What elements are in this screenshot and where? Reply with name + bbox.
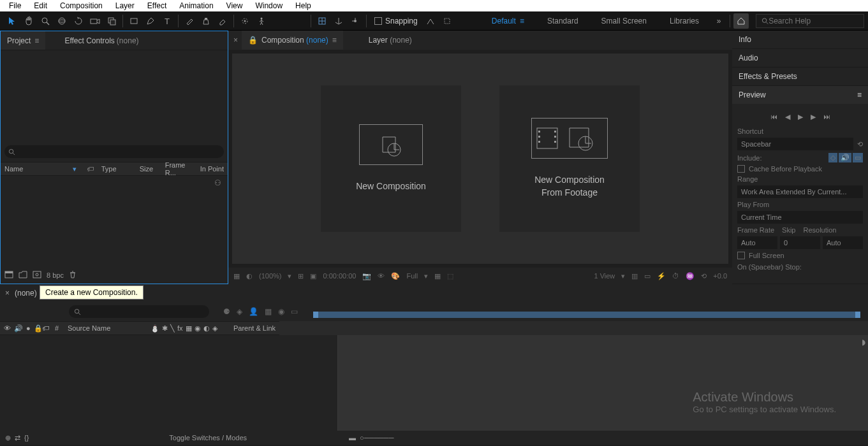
menu-composition[interactable]: Composition (54, 1, 109, 11)
shy-icon[interactable]: ⛄ (151, 324, 159, 333)
panel-menu-icon[interactable]: ≡ (332, 36, 337, 45)
col-source-name[interactable]: Source Name (64, 324, 147, 332)
resolution-icon[interactable]: ⊞ (298, 272, 304, 280)
hand-tool-icon[interactable] (21, 13, 36, 29)
resolution-select[interactable]: Auto (823, 236, 863, 249)
close-tab-icon[interactable]: × (5, 289, 10, 298)
info-panel-header[interactable]: Info (732, 31, 868, 48)
mask-icon[interactable]: ◐ (246, 272, 253, 280)
prev-frame-icon[interactable]: ◀ (785, 113, 790, 121)
tag-icon[interactable]: 🏷 (83, 165, 98, 173)
include-overlay-icon[interactable]: ▭ (853, 153, 863, 162)
toggle-switches-button[interactable]: Toggle Switches / Modes (169, 434, 247, 442)
rotate-tool-icon[interactable] (71, 13, 86, 29)
panel-menu-icon[interactable]: ≡ (857, 90, 862, 99)
panel-menu-icon[interactable]: ≡ (34, 36, 39, 45)
reset-exposure-icon[interactable]: ⟲ (701, 272, 707, 280)
roto-brush-tool-icon[interactable] (237, 13, 253, 29)
col-parent-link[interactable]: Parent & Link (230, 324, 279, 332)
quality-icon[interactable]: ╲ (170, 324, 175, 333)
hide-shy-icon[interactable]: 👤 (249, 307, 258, 316)
selection-tool-icon[interactable] (4, 13, 20, 29)
graph-editor-icon[interactable]: ▭ (291, 307, 298, 316)
new-composition-icon[interactable] (33, 271, 41, 280)
exposure-value[interactable]: +0.0 (713, 272, 727, 280)
pan-behind-tool-icon[interactable] (104, 13, 119, 29)
expand-icon[interactable]: ⊕ (5, 434, 11, 442)
include-video-icon[interactable]: ◇ (828, 153, 837, 162)
col-type[interactable]: Type (98, 165, 136, 173)
reset-icon[interactable]: ⟲ (857, 140, 863, 148)
delete-icon[interactable] (69, 271, 77, 280)
comp-mini-flowchart-icon[interactable]: ⚈ (223, 307, 230, 316)
snapping-toggle[interactable]: Snapping (374, 17, 418, 25)
skip-select[interactable]: 0 (780, 236, 820, 249)
home-icon[interactable] (733, 13, 749, 29)
include-audio-icon[interactable]: 🔊 (839, 153, 851, 162)
text-tool-icon[interactable]: T (159, 13, 175, 29)
play-icon[interactable]: ▶ (798, 113, 803, 121)
workspace-default[interactable]: Default≡ (480, 11, 536, 30)
snap-bounds-icon[interactable] (439, 13, 455, 29)
time-ruler[interactable] (279, 321, 868, 335)
cache-checkbox[interactable] (737, 165, 745, 173)
fast-preview-icon[interactable]: ⚡ (657, 272, 666, 280)
flowchart-icon[interactable]: ⚇ (214, 178, 221, 187)
effect-controls-tab[interactable]: Effect Controls(none) (58, 31, 145, 50)
search-help-input[interactable] (769, 17, 858, 25)
menu-effect[interactable]: Effect (141, 1, 173, 11)
collapse-icon[interactable]: ✱ (162, 324, 168, 333)
flowchart-icon[interactable]: ♒ (686, 272, 695, 280)
eraser-tool-icon[interactable] (215, 13, 230, 29)
work-area-bar[interactable] (313, 312, 860, 318)
show-snapshot-icon[interactable]: 👁 (378, 272, 385, 280)
transfer-controls-icon[interactable]: ⇄ (15, 434, 20, 442)
pixel-aspect-icon[interactable]: ▭ (644, 272, 651, 280)
work-area-end-handle[interactable] (855, 312, 860, 318)
mesh-icon[interactable] (314, 13, 330, 29)
draft-3d-icon[interactable]: ◈ (237, 307, 242, 316)
framerate-select[interactable]: Auto (737, 236, 777, 249)
motion-blur-icon[interactable]: ◉ (278, 307, 284, 316)
label-col-icon[interactable]: 🏷 (42, 324, 49, 332)
frame-blend-icon[interactable]: ▦ (265, 307, 272, 316)
audio-toggle-icon[interactable]: 🔊 (14, 324, 23, 333)
next-frame-icon[interactable]: ▶ (811, 113, 816, 121)
fx-icon[interactable]: fx (177, 324, 183, 333)
playfrom-select[interactable]: Current Time (737, 211, 863, 224)
composition-tab[interactable]: 🔒 Composition (none) ≡ (242, 31, 343, 50)
menu-view[interactable]: View (220, 1, 249, 11)
col-inpoint[interactable]: In Point (196, 165, 228, 173)
menu-help[interactable]: Help (289, 1, 318, 11)
brush-tool-icon[interactable] (182, 13, 197, 29)
solo-toggle-icon[interactable]: ● (26, 324, 31, 333)
video-toggle-icon[interactable]: 👁 (4, 324, 11, 333)
clone-stamp-tool-icon[interactable] (198, 13, 214, 29)
snap-edge-icon[interactable] (423, 13, 438, 29)
zoom-tool-icon[interactable] (38, 13, 53, 29)
view-layout-icon[interactable]: ▥ (631, 272, 638, 280)
new-composition-from-footage-button[interactable]: New Composition From Footage (499, 85, 640, 232)
workspace-standard[interactable]: Standard (536, 11, 590, 30)
col-name[interactable]: Name (1, 165, 64, 173)
workspace-small-screen[interactable]: Small Screen (590, 11, 658, 30)
timeline-search[interactable] (69, 305, 209, 318)
fullscreen-checkbox[interactable] (737, 252, 745, 259)
timeline-tab[interactable]: (none) (15, 289, 37, 298)
bpc-label[interactable]: 8 bpc (47, 271, 64, 279)
effects-presets-header[interactable]: Effects & Presets (732, 68, 868, 85)
comp-marker-icon[interactable]: ◗ (862, 338, 865, 347)
menu-window[interactable]: Window (249, 1, 289, 11)
current-time[interactable]: 0:00:00:00 (323, 272, 356, 280)
col-size[interactable]: Size (136, 165, 161, 173)
3d-view-icon[interactable]: ⬚ (447, 272, 453, 280)
resolution-select[interactable]: Full (406, 272, 418, 280)
timeline-track-area[interactable]: ◗ (338, 335, 868, 431)
layer-switches-icon[interactable]: {} (24, 434, 29, 442)
camera-tool-icon[interactable] (87, 13, 103, 29)
axis-icon[interactable] (331, 13, 346, 29)
project-search[interactable] (4, 145, 224, 158)
new-composition-button[interactable]: New Composition (321, 85, 461, 232)
puppet-tool-icon[interactable] (254, 13, 269, 29)
last-frame-icon[interactable]: ⏭ (823, 113, 830, 121)
